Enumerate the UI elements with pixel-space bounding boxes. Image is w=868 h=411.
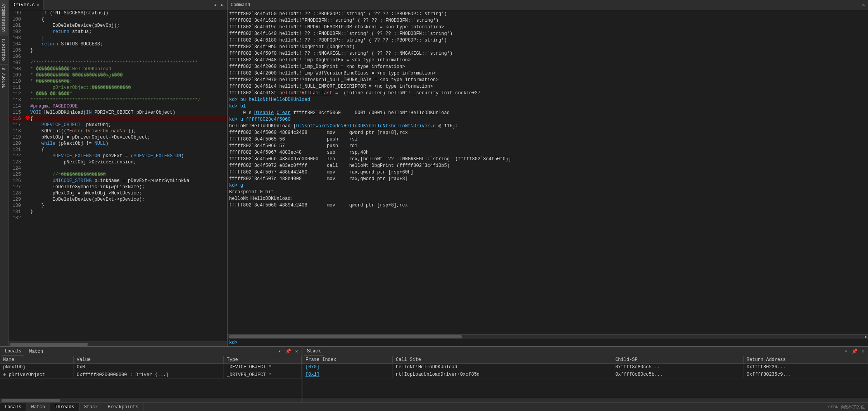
cmd-text-part: fffff802`3c4f613f bbox=[229, 90, 280, 96]
code-line: 111 pDriverObject:�������������� bbox=[9, 85, 227, 91]
cmd-line: fffff802`3c4f1620 helloNt!?FNODOBFM::`st… bbox=[229, 17, 866, 24]
cmd-line: fffff802`3c4f2070 helloNt!?ntoskrnl_NULL… bbox=[229, 77, 866, 83]
code-line: 120 while (pNextObj != NULL) bbox=[9, 140, 227, 147]
stack-tab-controls: ▾ 📌 ✕ bbox=[842, 348, 866, 355]
bottom-breakpoints-tab[interactable]: Breakpoints bbox=[103, 403, 143, 411]
line-number: 118 bbox=[10, 128, 25, 134]
bottom-tab-row: Locals Watch Threads Stack Breakpoints C… bbox=[0, 402, 868, 411]
sidebar-tab-disassembly[interactable]: Disassembly bbox=[0, 0, 8, 35]
cmd-line: helloNt!HelloDDKUnload: bbox=[229, 196, 866, 202]
line-content: //r���������������� bbox=[30, 172, 225, 178]
stack-tab-bar: Stack ▾ 📌 ✕ bbox=[302, 347, 868, 356]
locals-tab[interactable]: Locals bbox=[2, 348, 24, 356]
stack-callsite-cell: helloNt!HelloDDKUnload bbox=[393, 364, 612, 371]
bottom-locals-tab[interactable]: Locals bbox=[0, 403, 26, 411]
locals-dropdown-btn[interactable]: ▾ bbox=[276, 348, 283, 355]
line-number: 113 bbox=[10, 97, 25, 103]
scroll-right-arrow[interactable]: ▶ bbox=[219, 2, 225, 8]
cmd-hscrollbar[interactable]: ▶ bbox=[228, 334, 868, 339]
locals-hscrollbar-thumb bbox=[2, 399, 60, 402]
line-content: return status; bbox=[30, 29, 225, 35]
line-number: 104 bbox=[10, 41, 25, 47]
line-number: 124 bbox=[10, 165, 25, 172]
code-line: 132 bbox=[9, 215, 227, 221]
command-output[interactable]: fffff802`3c4f6150 helloNt! ?? ::PBOPGDP:… bbox=[228, 10, 868, 334]
code-hscrollbar-thumb bbox=[10, 343, 88, 346]
line-content: * ������������: bbox=[30, 78, 225, 85]
cmd-line: fffff802`3c4f10b5 helloNt!DbgPrint (DbgP… bbox=[229, 44, 866, 50]
cmd-text-part[interactable]: helloNt!RtlFailFast bbox=[280, 90, 333, 96]
sidebar-tab-registers[interactable]: Registers bbox=[0, 35, 8, 64]
cmd-scroll-right-btn[interactable]: ▶ bbox=[865, 335, 867, 339]
cmd-line: helloNt!HelloDDKUnload [D:\software\Code… bbox=[229, 123, 866, 130]
line-number: 128 bbox=[10, 190, 25, 196]
line-content: { bbox=[30, 147, 225, 153]
frame-index-link[interactable]: [0x1] bbox=[305, 372, 319, 377]
stack-dropdown-btn[interactable]: ▾ bbox=[842, 348, 849, 355]
code-line: 121 { bbox=[9, 147, 227, 153]
code-line: 113*************************************… bbox=[9, 97, 227, 103]
line-content: IoDeleteDevice(pDevExt->pDevice); bbox=[30, 196, 225, 203]
code-editor[interactable]: 99 if (!NT_SUCCESS(status))100 {101 IoDe… bbox=[9, 10, 227, 342]
close-tab-btn[interactable]: ✕ bbox=[37, 3, 39, 7]
locals-close-btn[interactable]: ✕ bbox=[293, 348, 300, 355]
stack-tab[interactable]: Stack bbox=[304, 348, 324, 356]
line-number: 129 bbox=[10, 196, 25, 203]
command-tab[interactable]: Command bbox=[231, 2, 250, 8]
cmd-text-part[interactable]: Clear bbox=[276, 110, 290, 116]
sidebar-tab-memory[interactable]: Memory 0 bbox=[0, 64, 8, 92]
line-number: 107 bbox=[10, 60, 25, 66]
bottom-threads-tab[interactable]: Threads bbox=[50, 403, 79, 411]
stack-close-btn[interactable]: ✕ bbox=[859, 348, 866, 355]
cmd-text-part[interactable]: D:\software\Code\HelloDDK\helloNt\helloN… bbox=[296, 123, 436, 129]
cmd-line: fffff802`3c4f2060 helloNt!_imp_DbgPrint … bbox=[229, 64, 866, 70]
line-indicator bbox=[25, 116, 30, 120]
code-line: 127 IoDeleteSymbolicLink(&pLinkName); bbox=[9, 184, 227, 190]
command-close-btn[interactable]: ✕ bbox=[862, 2, 865, 8]
line-number: 102 bbox=[10, 29, 25, 35]
bottom-stack-tab[interactable]: Stack bbox=[79, 403, 103, 411]
code-line: 110* ������������: bbox=[9, 78, 227, 85]
stack-pin-btn[interactable]: 📌 bbox=[851, 348, 858, 355]
code-line: 126 UNICODE_STRING pLinkName = pDevExt->… bbox=[9, 178, 227, 184]
locals-hscrollbar[interactable] bbox=[0, 398, 302, 402]
frame-index-link[interactable]: [0x0] bbox=[305, 364, 319, 370]
tab-controls: ◀ ▶ bbox=[212, 2, 227, 8]
line-number: 122 bbox=[10, 153, 25, 159]
line-number: 121 bbox=[10, 147, 25, 153]
line-number: 100 bbox=[10, 16, 25, 23]
driver-c-tab[interactable]: Driver.c ✕ bbox=[9, 0, 43, 10]
cmd-line: fffff802`3c4f5072 e83ec0ffff call helloN… bbox=[229, 163, 866, 169]
code-line: 99 if (!NT_SUCCESS(status)) bbox=[9, 10, 227, 16]
line-content: IoDeleteSymbolicLink(&pLinkName); bbox=[30, 184, 225, 190]
locals-name: pDriverObject bbox=[9, 372, 45, 378]
line-content: pNextObj = pNextObj->NextDevice; bbox=[30, 190, 225, 196]
code-line: 128 pNextObj = pNextObj->NextDevice; bbox=[9, 190, 227, 196]
line-number: 123 bbox=[10, 159, 25, 165]
expand-btn[interactable]: ⊕ bbox=[3, 372, 9, 378]
cmd-line: kd> g bbox=[229, 182, 866, 189]
command-input[interactable] bbox=[239, 340, 866, 345]
code-line: 104 return STATUS_SUCCESS; bbox=[9, 41, 227, 47]
line-number: 114 bbox=[10, 103, 25, 109]
bottom-watch-tab[interactable]: Watch bbox=[26, 403, 50, 411]
line-number: 132 bbox=[10, 215, 25, 221]
code-hscrollbar[interactable] bbox=[9, 342, 227, 346]
locals-value-cell: 0xfffff80200000000 : Driver {...} bbox=[73, 371, 223, 379]
locals-pin-btn[interactable]: 📌 bbox=[285, 348, 292, 355]
stack-hscrollbar[interactable] bbox=[302, 398, 868, 402]
command-tab-bar: Command ✕ bbox=[228, 0, 868, 10]
stack-col-frame: Frame Index bbox=[302, 356, 393, 364]
stack-retaddr-cell: 0xffff80236... bbox=[743, 364, 868, 371]
code-line: 102 return status; bbox=[9, 29, 227, 35]
col-header-type: Type bbox=[223, 356, 301, 364]
line-number: 131 bbox=[10, 209, 25, 215]
cmd-line: fffff802`3c4f507c 488b4008 mov rax,qword… bbox=[229, 176, 866, 182]
cmd-line: fffff802`3c4f5067 4883ec48 sub rsp,48h bbox=[229, 149, 866, 156]
locals-name-cell: ⊕ pDriverObject bbox=[0, 371, 73, 379]
watch-tab[interactable]: Watch bbox=[26, 348, 46, 355]
cmd-text-part[interactable]: Disable bbox=[254, 110, 274, 116]
scroll-left-arrow[interactable]: ◀ bbox=[212, 2, 218, 8]
line-number: 117 bbox=[10, 122, 25, 128]
line-number: 119 bbox=[10, 134, 25, 140]
